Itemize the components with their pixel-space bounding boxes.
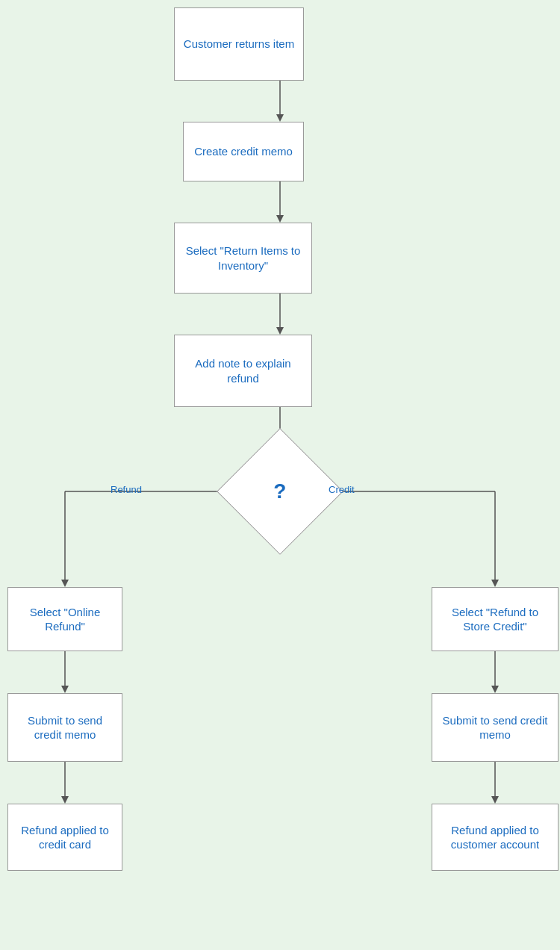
select-store-credit-box: Select "Refund to Store Credit": [432, 587, 559, 651]
svg-marker-10: [61, 580, 69, 587]
svg-marker-13: [491, 580, 499, 587]
svg-marker-5: [276, 327, 284, 335]
customer-returns-box: Customer returns item: [174, 7, 304, 81]
svg-marker-21: [491, 796, 499, 804]
svg-marker-3: [276, 215, 284, 223]
credit-label: Credit: [329, 484, 355, 495]
decision-diamond: ?: [217, 428, 343, 555]
select-return-items-box: Select "Return Items to Inventory": [174, 223, 312, 294]
submit-left-box: Submit to send credit memo: [7, 693, 122, 762]
svg-marker-1: [276, 114, 284, 122]
select-online-refund-box: Select "Online Refund": [7, 587, 122, 651]
refund-label: Refund: [111, 484, 142, 495]
submit-right-box: Submit to send credit memo: [432, 693, 559, 762]
flowchart: Customer returns item Create credit memo…: [0, 0, 560, 950]
svg-marker-19: [61, 796, 69, 804]
add-note-box: Add note to explain refund: [174, 335, 312, 407]
create-credit-memo-box: Create credit memo: [183, 122, 304, 181]
svg-marker-15: [61, 686, 69, 693]
decision-label: ?: [273, 479, 286, 503]
refund-credit-card-box: Refund applied to credit card: [7, 804, 122, 871]
svg-marker-17: [491, 686, 499, 693]
refund-account-box: Refund applied to customer account: [432, 804, 559, 871]
